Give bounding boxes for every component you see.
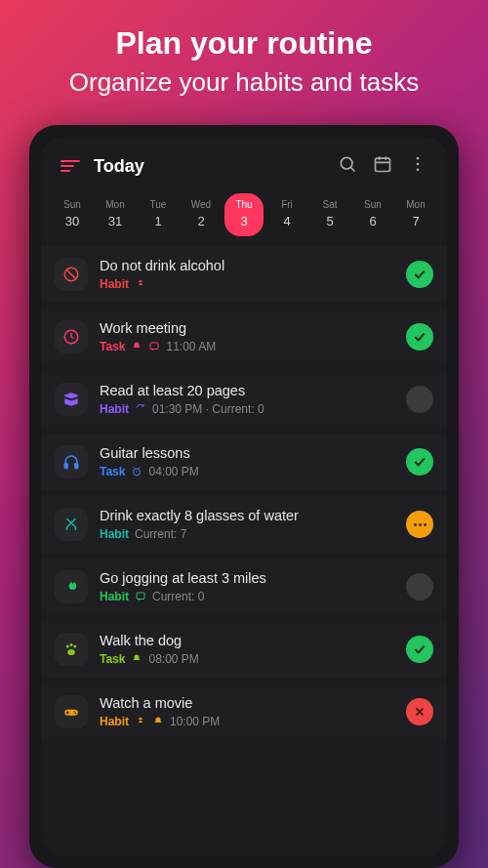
day-1[interactable]: Tue1 xyxy=(139,193,178,236)
day-number: 31 xyxy=(98,214,133,228)
repeat-icon xyxy=(135,403,146,415)
list-item[interactable]: Do not drink alcoholHabit xyxy=(41,246,447,303)
svg-line-10 xyxy=(66,269,76,279)
status-pending[interactable] xyxy=(406,573,433,600)
item-body: Work meetingTask11:00 AM xyxy=(100,320,394,353)
list-item[interactable]: Work meetingTask11:00 AM xyxy=(41,309,447,365)
list-item[interactable]: Go jogging at least 3 milesHabitCurrent:… xyxy=(41,558,447,615)
item-body: Guitar lessonsTask04:00 PM xyxy=(100,445,394,478)
calendar-icon xyxy=(373,154,392,178)
svg-line-18 xyxy=(139,468,141,469)
calendar-button[interactable] xyxy=(371,154,394,178)
day-name: Mon xyxy=(98,199,133,210)
item-type: Task xyxy=(100,340,125,353)
utensils-icon xyxy=(55,508,88,541)
day-name: Fri xyxy=(269,199,305,210)
svg-point-26 xyxy=(73,645,76,648)
menu-button[interactable] xyxy=(59,154,82,178)
note-icon xyxy=(135,591,146,602)
headphones-icon xyxy=(55,445,88,478)
day-name: Sun xyxy=(55,199,90,210)
item-type: Habit xyxy=(100,527,129,541)
svg-rect-13 xyxy=(64,464,67,469)
day-number: 6 xyxy=(355,214,390,228)
item-subtitle: Task04:00 PM xyxy=(100,465,394,478)
alarm-icon xyxy=(131,466,142,477)
svg-point-30 xyxy=(75,713,77,715)
search-button[interactable] xyxy=(336,154,359,178)
status-pending[interactable] xyxy=(406,386,433,413)
promo-subtitle: Organize your habits and tasks xyxy=(69,67,419,98)
priority-icon xyxy=(135,716,146,727)
svg-point-24 xyxy=(66,645,69,648)
svg-point-25 xyxy=(70,643,73,646)
item-title: Drink exactly 8 glasses of water xyxy=(100,508,394,523)
day-6[interactable]: Sun6 xyxy=(353,193,392,236)
item-title: Read at least 20 pages xyxy=(100,383,394,398)
list-item[interactable]: Guitar lessonsTask04:00 PM xyxy=(41,434,447,490)
day-4[interactable]: Fri4 xyxy=(267,193,306,236)
item-type: Task xyxy=(100,652,125,666)
svg-rect-2 xyxy=(376,158,390,171)
day-number: 4 xyxy=(269,214,305,228)
svg-rect-23 xyxy=(137,593,144,599)
phone-frame: Today Sun30Mon31Tue1Wed2Thu3Fri4Sat5Sun6… xyxy=(29,125,459,868)
item-subtitle: Habit xyxy=(100,277,394,291)
status-done[interactable] xyxy=(406,261,433,288)
item-extra: 04:00 PM xyxy=(148,465,198,478)
status-done[interactable] xyxy=(406,636,433,663)
item-body: Go jogging at least 3 milesHabitCurrent:… xyxy=(100,570,394,603)
day-name: Mon xyxy=(398,199,433,210)
item-type: Habit xyxy=(100,402,129,416)
item-type: Habit xyxy=(100,277,129,291)
item-extra: Current: 7 xyxy=(135,527,186,541)
day-30[interactable]: Sun30 xyxy=(53,193,92,236)
list-item[interactable]: Drink exactly 8 glasses of waterHabitCur… xyxy=(41,496,447,553)
more-button[interactable] xyxy=(406,154,429,178)
item-title: Guitar lessons xyxy=(100,445,394,461)
day-31[interactable]: Mon31 xyxy=(96,193,135,236)
gamepad-icon xyxy=(55,695,88,728)
day-7[interactable]: Mon7 xyxy=(396,193,435,236)
svg-point-29 xyxy=(73,711,75,713)
paw-icon xyxy=(55,633,88,666)
status-fail[interactable] xyxy=(406,698,433,725)
item-body: Drink exactly 8 glasses of waterHabitCur… xyxy=(100,508,394,541)
svg-point-27 xyxy=(67,649,75,655)
item-extra: Current: 0 xyxy=(152,590,204,603)
status-done[interactable] xyxy=(406,323,433,351)
day-3[interactable]: Thu3 xyxy=(224,193,264,236)
day-name: Wed xyxy=(183,199,219,210)
item-title: Go jogging at least 3 miles xyxy=(100,570,394,586)
svg-line-17 xyxy=(134,468,136,469)
item-title: Do not drink alcohol xyxy=(100,258,394,273)
status-done[interactable] xyxy=(406,448,433,475)
fire-icon xyxy=(55,570,88,603)
svg-point-8 xyxy=(417,169,420,172)
list-item[interactable]: Watch a movieHabit10:00 PM xyxy=(41,683,447,740)
svg-point-6 xyxy=(417,157,420,160)
svg-rect-14 xyxy=(75,464,78,469)
item-type: Habit xyxy=(100,590,129,603)
item-subtitle: Habit01:30 PM · Current: 0 xyxy=(100,402,394,416)
item-title: Walk the dog xyxy=(100,633,394,648)
day-name: Tue xyxy=(141,199,176,210)
book-icon xyxy=(55,383,88,416)
item-extra: 01:30 PM · Current: 0 xyxy=(152,402,264,416)
item-body: Read at least 20 pagesHabit01:30 PM · Cu… xyxy=(100,383,394,416)
list-item[interactable]: Read at least 20 pagesHabit01:30 PM · Cu… xyxy=(41,371,447,428)
item-subtitle: HabitCurrent: 7 xyxy=(100,527,394,541)
list-item[interactable]: Walk the dogTask08:00 PM xyxy=(41,621,447,678)
day-number: 1 xyxy=(141,214,176,228)
day-2[interactable]: Wed2 xyxy=(182,193,221,236)
bell-icon xyxy=(131,653,142,665)
topbar: Today xyxy=(41,137,447,187)
status-warn[interactable] xyxy=(406,511,433,538)
day-name: Thu xyxy=(226,199,262,210)
bell-icon xyxy=(152,716,164,727)
item-type: Habit xyxy=(100,715,129,728)
note-icon xyxy=(148,341,160,352)
day-5[interactable]: Sat5 xyxy=(310,193,349,236)
day-name: Sun xyxy=(355,199,390,210)
day-name: Sat xyxy=(312,199,347,210)
